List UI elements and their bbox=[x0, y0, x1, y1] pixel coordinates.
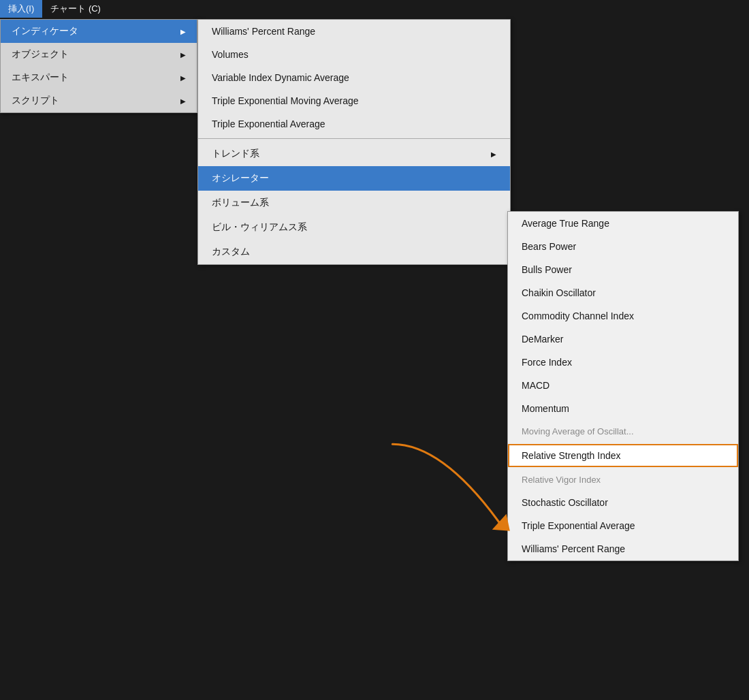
menu-item-bill-williams[interactable]: ビル・ウィリアムス系 bbox=[198, 215, 510, 240]
menu-item-rvi[interactable]: Relative Vigor Index bbox=[508, 468, 738, 491]
menu-item-demarker[interactable]: DeMarker bbox=[508, 328, 738, 351]
menu-item-indicator[interactable]: インディケータ ▶ bbox=[1, 20, 197, 43]
menu-item-object[interactable]: オブジェクト ▶ bbox=[1, 43, 197, 66]
dropdown-level2: Williams' Percent Range Volumes Variable… bbox=[197, 19, 511, 265]
menu-item-volume-system[interactable]: ボリューム系 bbox=[198, 191, 510, 215]
menu-item-vida[interactable]: Variable Index Dynamic Average bbox=[198, 66, 510, 89]
menu-item-wpr[interactable]: Williams' Percent Range bbox=[508, 537, 738, 560]
menu-item-chaikin[interactable]: Chaikin Oscillator bbox=[508, 281, 738, 304]
menu-item-tea[interactable]: Triple Exponential Average bbox=[198, 112, 510, 136]
dropdown-level3: Average True Range Bears Power Bulls Pow… bbox=[507, 211, 739, 561]
menu-item-custom[interactable]: カスタム bbox=[198, 240, 510, 264]
menu-item-volumes[interactable]: Volumes bbox=[198, 43, 510, 66]
menu-item-atr[interactable]: Average True Range bbox=[508, 212, 738, 235]
menu-item-tema[interactable]: Triple Exponential Moving Average bbox=[198, 89, 510, 112]
menu-item-oscillator[interactable]: オシレーター bbox=[198, 166, 510, 191]
menu-item-rsi[interactable]: Relative Strength Index bbox=[508, 444, 738, 467]
menu-item-macd[interactable]: MACD bbox=[508, 374, 738, 397]
menu-item-williams-percent[interactable]: Williams' Percent Range bbox=[198, 20, 510, 43]
submenu-arrow-icon: ▶ bbox=[491, 150, 496, 158]
menu-item-bulls-power[interactable]: Bulls Power bbox=[508, 258, 738, 281]
menu-item-cci[interactable]: Commodity Channel Index bbox=[508, 304, 738, 328]
menu-bar-item-chart[interactable]: チャート (C) bbox=[42, 0, 109, 18]
menu-item-mao[interactable]: Moving Average of Oscillat... bbox=[508, 420, 738, 443]
dropdown-level1: インディケータ ▶ オブジェクト ▶ エキスパート ▶ スクリプト ▶ bbox=[0, 19, 197, 113]
menu-bar-item-insert[interactable]: 挿入(I) bbox=[0, 0, 42, 18]
menu-bar: 挿入(I) チャート (C) bbox=[0, 0, 109, 18]
menu-item-trend[interactable]: トレンド系 ▶ bbox=[198, 142, 510, 166]
menu-item-script[interactable]: スクリプト ▶ bbox=[1, 89, 197, 112]
menu-item-force-index[interactable]: Force Index bbox=[508, 351, 738, 374]
submenu-arrow-icon: ▶ bbox=[180, 97, 186, 105]
submenu-arrow-icon: ▶ bbox=[180, 51, 186, 59]
menu-item-stochastic[interactable]: Stochastic Oscillator bbox=[508, 491, 738, 514]
menu-divider bbox=[198, 138, 510, 139]
menu-item-momentum[interactable]: Momentum bbox=[508, 397, 738, 420]
submenu-arrow-icon: ▶ bbox=[180, 74, 186, 82]
menu-item-expert[interactable]: エキスパート ▶ bbox=[1, 66, 197, 89]
menu-item-bears-power[interactable]: Bears Power bbox=[508, 235, 738, 258]
arrow-annotation bbox=[371, 429, 528, 545]
menu-item-triple-exp-avg[interactable]: Triple Exponential Average bbox=[508, 514, 738, 537]
submenu-arrow-icon: ▶ bbox=[180, 28, 186, 35]
